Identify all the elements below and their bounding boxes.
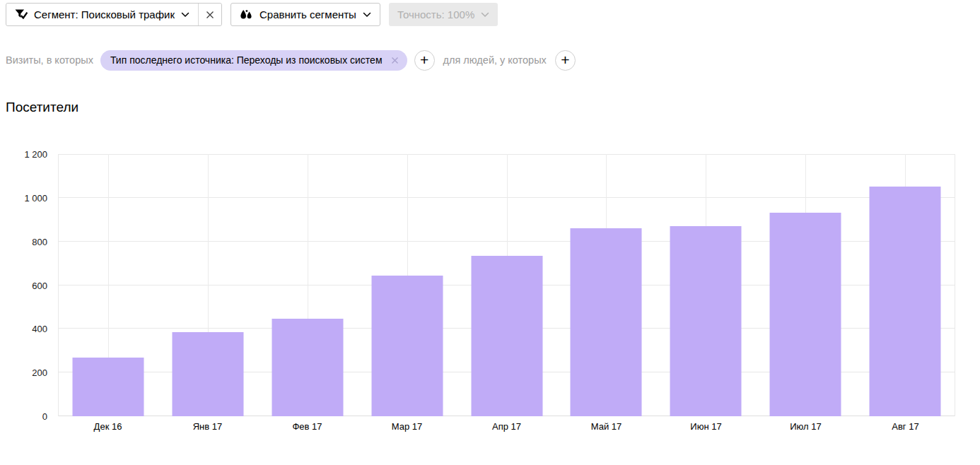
filter-icon [15, 9, 28, 20]
visits-condition-label: Визиты, в которых [6, 54, 93, 66]
remove-segment-button[interactable] [198, 4, 221, 25]
y-tick-label: 800 [32, 236, 47, 247]
accuracy-dropdown-button[interactable]: Точность: 100% [389, 3, 498, 26]
bar-мар-17[interactable] [371, 276, 443, 416]
bar-авг-17[interactable] [869, 187, 940, 416]
bar-май-17[interactable] [571, 228, 642, 416]
chevron-down-icon [363, 12, 371, 18]
bar-янв-17[interactable] [173, 332, 244, 416]
bar-slot [357, 154, 457, 416]
filter-chip[interactable]: Тип последнего источника: Переходы из по… [100, 50, 407, 71]
compare-button-label: Сравнить сегменты [259, 8, 356, 20]
x-tick-label: Июн 17 [656, 421, 756, 432]
add-visit-condition-button[interactable]: + [414, 50, 435, 71]
segmentation-row: Визиты, в которых Тип последнего источни… [6, 49, 576, 71]
x-tick-label: Мар 17 [357, 421, 457, 432]
bar-slot [258, 154, 358, 416]
filter-chip-label: Тип последнего источника: Переходы из по… [110, 54, 383, 66]
bar-slot [158, 154, 258, 416]
chevron-down-icon [181, 12, 189, 18]
bar-slot [59, 154, 158, 416]
y-tick-label: 200 [32, 367, 47, 378]
bar-slot [855, 154, 955, 416]
y-tick-label: 0 [42, 411, 47, 422]
bar-slot [556, 154, 656, 416]
y-tick-label: 1 000 [24, 192, 47, 203]
segment-dropdown-button[interactable]: Сегмент: Поисковый трафик [6, 4, 198, 25]
x-tick-label: Дек 16 [58, 421, 158, 432]
visitors-bar-chart [58, 154, 955, 416]
toolbar: Сегмент: Поисковый трафик Сравнить сегме… [6, 3, 498, 26]
chart-title: Посетители [6, 100, 78, 115]
y-axis-labels: 02004006008001 0001 200 [0, 154, 47, 416]
bar-slot [755, 154, 855, 416]
x-tick-label: Янв 17 [158, 421, 257, 432]
add-people-condition-button[interactable]: + [555, 50, 576, 71]
x-tick-label: Фев 17 [257, 421, 357, 432]
compare-drops-icon [240, 9, 253, 20]
close-icon [205, 10, 215, 20]
y-tick-label: 1 200 [24, 149, 47, 160]
segment-button-group: Сегмент: Поисковый трафик [6, 3, 222, 26]
chevron-down-icon [481, 12, 489, 18]
x-tick-label: Авг 17 [856, 421, 955, 432]
x-tick-label: Май 17 [556, 421, 656, 432]
chip-remove-icon[interactable] [390, 56, 399, 65]
x-tick-label: Апр 17 [457, 421, 556, 432]
segment-button-label: Сегмент: Поисковый трафик [34, 8, 175, 20]
bar-июл-17[interactable] [769, 213, 841, 416]
compare-segments-button[interactable]: Сравнить сегменты [231, 3, 380, 26]
x-tick-label: Июл 17 [756, 421, 856, 432]
bar-дек-16[interactable] [73, 358, 144, 416]
bar-slot [457, 154, 556, 416]
bar-июн-17[interactable] [670, 226, 742, 416]
accuracy-button-label: Точность: 100% [397, 8, 474, 20]
y-tick-label: 600 [32, 280, 47, 290]
people-condition-label: для людей, у которых [443, 54, 547, 66]
bar-фев-17[interactable] [272, 319, 343, 416]
bar-апр-17[interactable] [471, 256, 542, 416]
x-axis-labels: Дек 16Янв 17Фев 17Мар 17Апр 17Май 17Июн … [58, 421, 955, 432]
y-tick-label: 400 [32, 324, 47, 334]
bar-slot [656, 154, 756, 416]
